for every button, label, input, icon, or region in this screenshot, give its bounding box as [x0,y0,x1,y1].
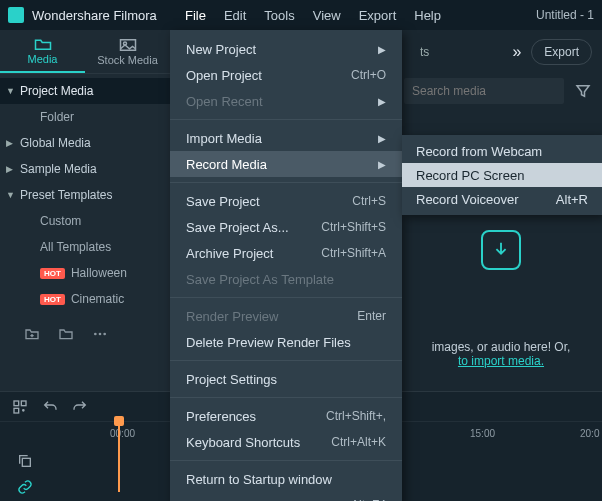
menu-export[interactable]: Export [359,8,397,23]
svg-point-2 [94,333,97,336]
media-tree: ▼Project Media Folder ▶Global Media ▶Sam… [0,74,170,316]
tab-media[interactable]: Media [0,30,85,73]
menu-help[interactable]: Help [414,8,441,23]
image-icon [119,38,137,52]
tree-preset-templates[interactable]: ▼Preset Templates [0,182,170,208]
app-title: Wondershare Filmora [32,8,157,23]
menu-item[interactable]: Open ProjectCtrl+O [170,62,402,88]
search-input[interactable] [404,78,564,104]
tree-sample-media[interactable]: ▶Sample Media [0,156,170,182]
tab-stock-media[interactable]: Stock Media [85,30,170,73]
menubar: File Edit Tools View Export Help [185,0,441,30]
app-logo [8,7,24,23]
ruler-mark: 00:00 [110,428,135,439]
svg-rect-6 [21,401,26,406]
file-menu: New Project▶Open ProjectCtrl+OOpen Recen… [170,30,402,501]
tree-halloween[interactable]: HOTHalloween [0,260,170,286]
menu-item[interactable]: Archive ProjectCtrl+Shift+A [170,240,402,266]
menu-item[interactable]: Delete Preview Render Files [170,329,402,355]
tree-folder[interactable]: Folder [0,104,170,130]
menu-item: Render PreviewEnter [170,303,402,329]
svg-point-4 [103,333,106,336]
menu-item[interactable]: PreferencesCtrl+Shift+, [170,403,402,429]
hot-badge: HOT [40,294,65,305]
tree-label: Halloween [71,266,127,280]
tab-media-label: Media [28,53,58,65]
chevron-double-right-icon[interactable]: » [512,43,521,61]
svg-rect-5 [14,401,19,406]
menu-item: Open Recent▶ [170,88,402,114]
tree-global-media[interactable]: ▶Global Media [0,130,170,156]
export-button[interactable]: Export [531,39,592,65]
download-icon [481,230,521,270]
submenu-item[interactable]: Record PC Screen [402,163,602,187]
menu-view[interactable]: View [313,8,341,23]
tree-custom[interactable]: Custom [0,208,170,234]
add-folder-icon[interactable] [24,326,40,342]
tree-label: Preset Templates [20,188,113,202]
svg-point-8 [23,409,24,410]
redo-icon[interactable] [72,399,88,415]
menu-edit[interactable]: Edit [224,8,246,23]
tree-label: Sample Media [20,162,97,176]
menu-item[interactable]: ExitAlt+F4 [170,492,402,501]
doc-title: Untitled - 1 [536,8,594,22]
ruler-mark: 20:0 [580,428,599,439]
tree-label: Cinematic [71,292,124,306]
folder-icon [34,37,52,51]
menu-item[interactable]: New Project▶ [170,36,402,62]
menu-item[interactable]: Return to Startup window [170,466,402,492]
ruler-mark: 15:00 [470,428,495,439]
record-submenu: Record from WebcamRecord PC ScreenRecord… [402,135,602,215]
tree-project-media[interactable]: ▼Project Media [0,78,170,104]
menu-item[interactable]: Record Media▶ [170,151,402,177]
svg-rect-7 [14,408,19,413]
track-icons [12,448,38,500]
sidebar-tabs: Media Stock Media [0,30,170,74]
tree-label: Project Media [20,84,93,98]
menu-item[interactable]: Save ProjectCtrl+S [170,188,402,214]
grid-icon[interactable] [12,399,28,415]
hot-badge: HOT [40,268,65,279]
dropzone-text: images, or audio here! Or, [432,340,571,354]
menu-item[interactable]: Save Project As...Ctrl+Shift+S [170,214,402,240]
menu-file[interactable]: File [185,8,206,23]
tab-stock-label: Stock Media [97,54,158,66]
sidebar-icon-row [0,316,170,342]
submenu-item[interactable]: Record from Webcam [402,139,602,163]
undo-icon[interactable] [42,399,58,415]
folder-icon[interactable] [58,326,74,342]
menu-tools[interactable]: Tools [264,8,294,23]
svg-point-3 [99,333,102,336]
svg-rect-9 [22,458,30,466]
link-icon[interactable] [17,479,33,495]
submenu-item[interactable]: Record VoiceoverAlt+R [402,187,602,211]
playhead[interactable] [118,422,120,492]
import-media-link[interactable]: to import media. [458,354,544,368]
menu-item: Save Project As Template [170,266,402,292]
filter-icon[interactable] [574,82,592,100]
dropzone[interactable]: images, or audio here! Or, to import med… [430,230,572,368]
menu-item[interactable]: Keyboard ShortcutsCtrl+Alt+K [170,429,402,455]
tree-all-templates[interactable]: All Templates [0,234,170,260]
menu-item[interactable]: Import Media▶ [170,125,402,151]
tree-cinematic[interactable]: HOTCinematic [0,286,170,312]
menu-item[interactable]: Project Settings [170,366,402,392]
copy-icon[interactable] [17,453,33,469]
toolbar-ts[interactable]: ts [420,45,429,59]
svg-rect-0 [120,39,135,50]
more-icon[interactable] [92,326,108,342]
tree-label: Global Media [20,136,91,150]
